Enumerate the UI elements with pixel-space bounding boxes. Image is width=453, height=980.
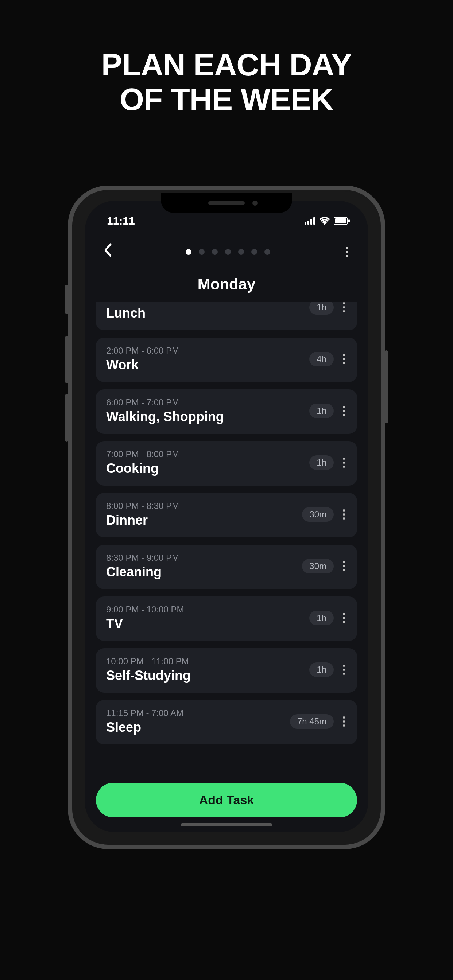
dot-icon — [343, 569, 345, 571]
task-card[interactable]: 1:00 PM - 2:00 PMLunch1h — [96, 302, 357, 330]
task-title: Cleaning — [106, 565, 302, 580]
task-main: 11:15 PM - 7:00 AMSleep — [106, 708, 290, 735]
dot-icon — [343, 302, 345, 304]
task-time: 8:30 PM - 9:00 PM — [106, 553, 302, 563]
phone-side-button — [65, 394, 69, 442]
status-icons — [305, 217, 350, 225]
task-duration-badge: 4h — [309, 352, 334, 366]
phone-side-button — [65, 285, 69, 314]
home-indicator[interactable] — [181, 823, 272, 826]
task-more-button[interactable] — [341, 354, 347, 364]
pager-dot[interactable] — [251, 249, 257, 255]
dot-icon — [343, 461, 345, 464]
task-main: 9:00 PM - 10:00 PMTV — [106, 605, 309, 632]
task-card[interactable]: 8:00 PM - 8:30 PMDinner30m — [96, 493, 357, 538]
dot-icon — [343, 673, 345, 675]
task-more-button[interactable] — [341, 406, 347, 416]
notch-speaker — [208, 201, 245, 205]
hero-title: PLAN EACH DAY OF THE WEEK — [101, 48, 352, 116]
phone-notch — [161, 193, 292, 213]
task-time: 10:00 PM - 11:00 PM — [106, 656, 309, 667]
svg-rect-6 — [348, 220, 350, 223]
dot-icon — [343, 716, 345, 719]
pager-dot[interactable] — [225, 249, 231, 255]
back-button[interactable] — [100, 243, 116, 261]
task-more-button[interactable] — [341, 665, 347, 675]
dot-icon — [346, 247, 348, 249]
task-list[interactable]: 1:00 PM - 2:00 PMLunch1h2:00 PM - 6:00 P… — [85, 302, 368, 773]
battery-icon — [334, 217, 350, 225]
day-title: Monday — [85, 275, 368, 293]
dot-icon — [346, 255, 348, 257]
task-more-button[interactable] — [341, 509, 347, 520]
add-task-button[interactable]: Add Task — [96, 783, 357, 818]
phone-side-button — [65, 336, 69, 383]
svg-rect-0 — [305, 223, 306, 224]
more-options-button[interactable] — [340, 245, 353, 259]
pager-dot[interactable] — [199, 249, 205, 255]
task-card[interactable]: 2:00 PM - 6:00 PMWork4h — [96, 337, 357, 382]
task-title: Lunch — [106, 305, 309, 321]
dot-icon — [343, 669, 345, 671]
task-card[interactable]: 11:15 PM - 7:00 AMSleep7h 45m — [96, 700, 357, 745]
dot-icon — [343, 621, 345, 623]
dot-icon — [343, 306, 345, 309]
task-duration-badge: 1h — [309, 611, 334, 625]
task-main: 7:00 PM - 8:00 PMCooking — [106, 449, 309, 476]
hero-line-1: PLAN EACH DAY — [101, 48, 352, 82]
app-screen: 11:11 M — [85, 201, 368, 832]
dot-icon — [343, 617, 345, 619]
task-main: 8:00 PM - 8:30 PMDinner — [106, 501, 302, 528]
cellular-signal-icon — [305, 217, 316, 224]
task-more-button[interactable] — [341, 561, 347, 571]
task-card[interactable]: 10:00 PM - 11:00 PMSelf-Studying1h — [96, 648, 357, 693]
task-time: 7:00 PM - 8:00 PM — [106, 449, 309, 460]
task-card[interactable]: 7:00 PM - 8:00 PMCooking1h — [96, 441, 357, 485]
chevron-left-icon — [103, 243, 112, 258]
task-card[interactable]: 9:00 PM - 10:00 PMTV1h — [96, 597, 357, 641]
task-duration-badge: 1h — [309, 662, 334, 677]
dot-icon — [343, 724, 345, 727]
dot-icon — [343, 513, 345, 515]
task-title: Sleep — [106, 720, 290, 735]
dot-icon — [343, 509, 345, 512]
dot-icon — [343, 721, 345, 722]
task-title: Work — [106, 357, 309, 372]
phone-side-button — [384, 350, 388, 423]
dot-icon — [343, 414, 345, 416]
task-more-button[interactable] — [341, 302, 347, 312]
task-time: 1:00 PM - 2:00 PM — [106, 302, 309, 304]
task-time: 6:00 PM - 7:00 PM — [106, 398, 309, 407]
task-duration-badge: 30m — [302, 507, 334, 522]
task-title: TV — [106, 616, 309, 632]
day-pager[interactable] — [116, 249, 340, 255]
dot-icon — [343, 613, 345, 615]
svg-rect-2 — [310, 219, 312, 224]
task-title: Dinner — [106, 512, 302, 528]
dot-icon — [343, 358, 345, 360]
task-duration-badge: 1h — [309, 302, 334, 315]
task-main: 1:00 PM - 2:00 PMLunch — [106, 302, 309, 321]
svg-rect-1 — [308, 221, 309, 224]
pager-dot[interactable] — [265, 249, 270, 255]
task-main: 10:00 PM - 11:00 PMSelf-Studying — [106, 656, 309, 683]
pager-dot[interactable] — [212, 249, 218, 255]
task-title: Self-Studying — [106, 668, 309, 683]
dot-icon — [343, 561, 345, 563]
task-main: 6:00 PM - 7:00 PMWalking, Shopping — [106, 398, 309, 425]
task-card[interactable]: 8:30 PM - 9:00 PMCleaning30m — [96, 545, 357, 589]
task-duration-badge: 30m — [302, 559, 334, 573]
task-more-button[interactable] — [341, 458, 347, 468]
notch-camera — [252, 200, 257, 205]
task-more-button[interactable] — [341, 716, 347, 727]
task-time: 8:00 PM - 8:30 PM — [106, 501, 302, 511]
pager-dot[interactable] — [238, 249, 244, 255]
wifi-icon — [319, 217, 330, 225]
dot-icon — [343, 362, 345, 364]
dot-icon — [343, 410, 345, 412]
task-more-button[interactable] — [341, 613, 347, 623]
pager-dot[interactable] — [186, 249, 191, 255]
dot-icon — [343, 466, 345, 468]
status-time: 11:11 — [107, 215, 135, 227]
task-card[interactable]: 6:00 PM - 7:00 PMWalking, Shopping1h — [96, 390, 357, 434]
